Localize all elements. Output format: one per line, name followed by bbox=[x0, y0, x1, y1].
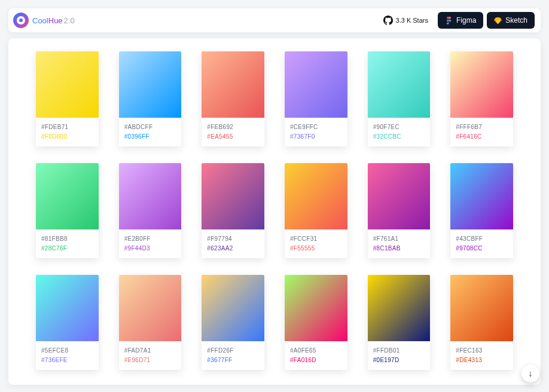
hex-to: #7367F0 bbox=[290, 132, 342, 142]
gradient-card[interactable]: #5EFCE8#736EFE bbox=[36, 275, 99, 370]
hex-codes: #ABDCFF#0396FF bbox=[119, 118, 182, 146]
hex-from: #CE9FFC bbox=[290, 122, 342, 132]
hex-from: #FFF6B7 bbox=[456, 122, 508, 132]
hex-codes: #F761A1#8C1BAB bbox=[368, 229, 431, 258]
hex-to: #623AA2 bbox=[207, 244, 259, 253]
brand-text-b: Hue bbox=[48, 16, 63, 25]
gradient-swatch bbox=[450, 275, 513, 341]
gradient-card[interactable]: #FEC163#DE4313 bbox=[450, 275, 513, 370]
hex-from: #FDEB71 bbox=[41, 122, 93, 132]
hex-from: #90F7EC bbox=[373, 122, 425, 132]
hex-to: #F6416C bbox=[456, 132, 508, 142]
sketch-label: Sketch bbox=[505, 16, 527, 24]
hex-from: #FEC163 bbox=[456, 346, 508, 356]
hex-to: #9F44D3 bbox=[124, 244, 176, 253]
hex-to: #28C76F bbox=[41, 244, 93, 253]
hex-from: #F97794 bbox=[207, 234, 259, 244]
hex-codes: #FDEB71#F8D800 bbox=[36, 118, 99, 146]
hex-codes: #FFF6B7#F6416C bbox=[450, 118, 513, 146]
hex-codes: #F97794#623AA2 bbox=[202, 229, 264, 258]
gradient-swatch bbox=[450, 51, 513, 118]
gradient-swatch bbox=[202, 51, 264, 118]
gradient-swatch bbox=[202, 163, 264, 229]
github-stars[interactable]: 3.3 K Stars bbox=[383, 16, 428, 25]
figma-label: Figma bbox=[456, 16, 476, 24]
sketch-button[interactable]: Sketch bbox=[487, 12, 535, 29]
hex-from: #FFD26F bbox=[207, 346, 259, 356]
hex-codes: #81FBB8#28C76F bbox=[36, 229, 99, 258]
gradient-card[interactable]: #A0FE65#FA016D bbox=[285, 275, 347, 370]
hex-to: #E96D71 bbox=[124, 356, 176, 365]
gradient-swatch bbox=[36, 163, 99, 229]
stars-count: 3.3 K Stars bbox=[396, 17, 428, 24]
hex-to: #F8D800 bbox=[41, 132, 93, 142]
hex-to: #0E197D bbox=[373, 356, 425, 365]
hex-codes: #E2B0FF#9F44D3 bbox=[119, 229, 182, 258]
gradient-card[interactable]: #E2B0FF#9F44D3 bbox=[119, 163, 182, 258]
hex-to: #32CCBC bbox=[373, 132, 425, 142]
hex-codes: #43CBFF#9708CC bbox=[450, 229, 513, 258]
gradient-card[interactable]: #43CBFF#9708CC bbox=[450, 163, 513, 258]
gradient-swatch bbox=[36, 51, 99, 118]
gradient-swatch bbox=[285, 163, 347, 229]
arrow-down-icon: ↓ bbox=[529, 369, 533, 378]
gradient-swatch bbox=[202, 275, 264, 341]
hex-codes: #5EFCE8#736EFE bbox=[36, 341, 99, 370]
brand-logo[interactable]: CoolHue2.0 bbox=[13, 13, 75, 28]
figma-icon bbox=[445, 17, 453, 24]
gradient-card[interactable]: #FDEB71#F8D800 bbox=[36, 51, 99, 146]
gradient-card[interactable]: #ABDCFF#0396FF bbox=[119, 51, 182, 146]
gradient-swatch bbox=[119, 51, 182, 118]
gradient-card[interactable]: #FAD7A1#E96D71 bbox=[119, 275, 182, 370]
hex-codes: #A0FE65#FA016D bbox=[285, 341, 347, 370]
gradient-swatch bbox=[119, 275, 182, 341]
hex-codes: #90F7EC#32CCBC bbox=[368, 118, 431, 146]
gradient-card[interactable]: #FFD26F#3677FF bbox=[202, 275, 264, 370]
hex-codes: #FAD7A1#E96D71 bbox=[119, 341, 182, 370]
hex-to: #EA5455 bbox=[207, 132, 259, 142]
brand-text-a: Cool bbox=[32, 16, 48, 25]
gradient-card[interactable]: #90F7EC#32CCBC bbox=[368, 51, 431, 146]
hex-to: #FA016D bbox=[290, 356, 342, 365]
gradient-card[interactable]: #FCCF31#F55555 bbox=[285, 163, 347, 258]
gradient-swatch bbox=[285, 275, 347, 341]
hex-to: #8C1BAB bbox=[373, 244, 425, 253]
hex-codes: #FFDB01#0E197D bbox=[368, 341, 431, 370]
hex-codes: #FCCF31#F55555 bbox=[285, 229, 347, 258]
gradient-swatch bbox=[36, 275, 99, 341]
hex-from: #FAD7A1 bbox=[124, 346, 176, 356]
hex-to: #736EFE bbox=[41, 356, 93, 365]
gradient-swatch bbox=[285, 51, 347, 118]
brand-name: CoolHue2.0 bbox=[32, 16, 75, 25]
gradient-card[interactable]: #FEB692#EA5455 bbox=[202, 51, 264, 146]
hex-from: #F761A1 bbox=[373, 234, 425, 244]
hex-to: #3677FF bbox=[207, 356, 259, 365]
logo-icon bbox=[13, 13, 29, 28]
gradient-swatch bbox=[368, 51, 431, 118]
hex-to: #0396FF bbox=[124, 132, 176, 142]
hex-from: #FCCF31 bbox=[290, 234, 342, 244]
svg-point-0 bbox=[449, 19, 451, 22]
gradient-card[interactable]: #FFF6B7#F6416C bbox=[450, 51, 513, 146]
gradient-swatch bbox=[368, 163, 431, 229]
hex-codes: #FFD26F#3677FF bbox=[202, 341, 264, 370]
gradient-card[interactable]: #F97794#623AA2 bbox=[202, 163, 264, 258]
hex-to: #F55555 bbox=[290, 244, 342, 253]
gradient-swatch bbox=[119, 163, 182, 229]
gradient-card[interactable]: #CE9FFC#7367F0 bbox=[285, 51, 347, 146]
gradient-grid: #FDEB71#F8D800#ABDCFF#0396FF#FEB692#EA54… bbox=[36, 51, 513, 370]
gradient-card[interactable]: #81FBB8#28C76F bbox=[36, 163, 99, 258]
hex-from: #5EFCE8 bbox=[41, 346, 93, 356]
figma-button[interactable]: Figma bbox=[438, 12, 483, 29]
hex-codes: #CE9FFC#7367F0 bbox=[285, 118, 347, 146]
hex-from: #E2B0FF bbox=[124, 234, 176, 244]
hex-to: #9708CC bbox=[456, 244, 508, 253]
scroll-down-fab[interactable]: ↓ bbox=[521, 365, 539, 382]
main-panel: #FDEB71#F8D800#ABDCFF#0396FF#FEB692#EA54… bbox=[8, 38, 541, 385]
github-icon bbox=[383, 16, 393, 25]
hex-to: #DE4313 bbox=[456, 356, 508, 365]
hex-from: #FEB692 bbox=[207, 122, 259, 132]
hex-from: #A0FE65 bbox=[290, 346, 342, 356]
gradient-card[interactable]: #FFDB01#0E197D bbox=[368, 275, 431, 370]
gradient-card[interactable]: #F761A1#8C1BAB bbox=[368, 163, 431, 258]
